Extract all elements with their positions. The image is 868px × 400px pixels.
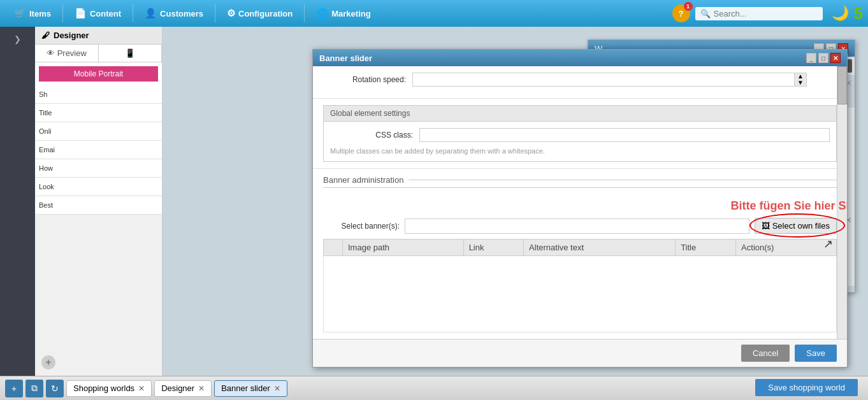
divider-2 [133, 4, 133, 22]
close-button[interactable]: ✕ [830, 53, 841, 63]
minimize-button[interactable]: _ [806, 53, 816, 63]
left-item-best[interactable]: Best [35, 196, 162, 215]
left-item-emai[interactable]: Emai [35, 141, 162, 159]
sidebar: ❯ [0, 27, 35, 376]
left-item-title[interactable]: Title [35, 104, 162, 122]
nav-items[interactable]: 🛒 Items [5, 4, 60, 22]
tab-banner-slider-label: Banner slider [221, 383, 270, 393]
banner-admin-header: Banner administration [323, 175, 837, 188]
dialog-titlebar: Banner slider _ □ ✕ [313, 50, 847, 66]
col-link: Link [463, 239, 523, 256]
content-area: W _ □ ✕ 0 🔗 ✕ ✕ Banner slider [163, 27, 868, 376]
restore-button[interactable]: □ [818, 53, 828, 63]
nav-content[interactable]: 📄 Content [66, 4, 130, 22]
table-row-empty [324, 256, 837, 332]
col-alt-text: Alternative text [524, 239, 676, 256]
col-actions: Action(s) [736, 239, 837, 256]
col-image-path: Image path [343, 239, 464, 256]
spin-down-button[interactable]: ▼ [795, 80, 806, 86]
left-item-how[interactable]: How [35, 159, 162, 178]
left-panel-items: Sh Title Onli Emai How Look Best [35, 85, 162, 215]
tab-preview[interactable]: 👁 Preview [35, 45, 99, 62]
left-item-look[interactable]: Look [35, 178, 162, 196]
spin-buttons: ▲ ▼ [795, 73, 807, 87]
banner-table-body [324, 256, 837, 332]
dialog-title: Banner slider [319, 54, 372, 63]
banner-admin-label: Banner administration [323, 175, 403, 185]
topbar-right: ? 1 🔍 🌙 5 [672, 4, 863, 24]
nav-configuration-label: Configuration [238, 9, 293, 18]
save-button[interactable]: Save [795, 345, 837, 362]
search-input[interactable] [714, 9, 818, 18]
css-class-label: CSS class: [330, 131, 413, 139]
taskbar-refresh-icon[interactable]: ↻ [46, 380, 64, 397]
banner-table-head: Image path Link Alternative text Title A… [324, 239, 837, 256]
nav-items-label: Items [29, 9, 51, 18]
taskbar-home-icon[interactable]: + [5, 380, 23, 397]
left-item-sh[interactable]: Sh [35, 85, 162, 104]
designer-tabs: 👁 Preview 📱 [35, 45, 162, 62]
dialog-title-buttons: _ □ ✕ [806, 53, 841, 63]
tab-designer-close[interactable]: ✕ [198, 384, 205, 393]
taskbar-window-icon[interactable]: ⧉ [25, 380, 43, 397]
nav-content-label: Content [90, 9, 121, 18]
col-drag [324, 239, 343, 256]
rotation-speed-input[interactable]: 5000 [412, 73, 795, 87]
global-settings-header: Global element settings [323, 105, 837, 121]
global-settings-content: CSS class: Multiple classes can be added… [323, 121, 837, 162]
css-class-row: CSS class: [330, 128, 830, 142]
nav-customers[interactable]: 👤 Customers [136, 4, 212, 22]
sidebar-toggle[interactable]: ❯ [11, 32, 24, 46]
nav-configuration[interactable]: ⚙ Configuration [218, 4, 301, 22]
banner-slider-dialog: Banner slider _ □ ✕ Rotation speed: [312, 49, 848, 368]
marketing-icon: 🌐 [316, 8, 328, 19]
taskbar-tab-banner-slider[interactable]: Banner slider ✕ [214, 380, 287, 397]
tab-designer-label: Designer [161, 383, 194, 393]
banner-table-header-row: Image path Link Alternative text Title A… [324, 239, 837, 256]
css-class-input[interactable] [419, 128, 830, 142]
main-area: ❯ 🖌 Designer 👁 Preview 📱 Mobile Portrait… [0, 27, 868, 376]
col-title: Title [676, 239, 736, 256]
help-button[interactable]: ? 1 [672, 4, 690, 22]
banner-table: Image path Link Alternative text Title A… [323, 239, 837, 332]
dialog-scrollbar[interactable] [837, 66, 847, 339]
nav-marketing[interactable]: 🌐 Marketing [307, 4, 379, 22]
mobile-icon: 📱 [125, 48, 135, 58]
logo-s: 5 [854, 4, 863, 24]
taskbar-tab-shopping-worlds[interactable]: Shopping worlds ✕ [66, 380, 152, 397]
customers-icon: 👤 [145, 8, 157, 19]
add-element-button[interactable]: + [41, 355, 55, 369]
designer-title: Designer [54, 31, 89, 40]
select-own-files-button[interactable]: 🖼 Select own files [755, 218, 837, 234]
taskbar-tab-designer[interactable]: Designer ✕ [154, 380, 212, 397]
select-own-files-label: Select own files [772, 221, 830, 231]
rotation-speed-section: Rotation speed: 5000 ▲ ▼ [313, 66, 847, 99]
divider-4 [304, 4, 305, 22]
css-class-hint: Multiple classes can be added by separat… [330, 147, 830, 155]
watermark-text: Bitte fügen Sie hier Slider iamge hinzu. [580, 193, 847, 218]
mobile-portrait-button[interactable]: Mobile Portrait [39, 66, 158, 82]
nav-marketing-label: Marketing [331, 9, 370, 18]
left-item-onli[interactable]: Onli [35, 122, 162, 141]
topbar: 🛒 Items 📄 Content 👤 Customers ⚙ Configur… [0, 0, 868, 27]
save-shopping-world-button[interactable]: Save shopping world [755, 379, 858, 396]
banner-select-input[interactable] [405, 218, 749, 234]
scrollbar-thumb[interactable] [837, 66, 847, 104]
divider-1 [62, 4, 63, 22]
search-box[interactable]: 🔍 [695, 7, 823, 20]
eye-icon: 👁 [47, 48, 55, 58]
tab-banner-slider-close[interactable]: ✕ [274, 384, 280, 393]
tab-mobile[interactable]: 📱 [99, 45, 163, 62]
dialog-body: Rotation speed: 5000 ▲ ▼ Global element … [313, 66, 847, 339]
banner-admin-line [409, 180, 837, 180]
rotation-speed-label: Rotation speed: [323, 75, 406, 84]
rotation-speed-row: Rotation speed: 5000 ▲ ▼ [323, 73, 837, 87]
configuration-icon: ⚙ [227, 8, 235, 19]
divider-3 [215, 4, 215, 22]
designer-header: 🖌 Designer [35, 27, 162, 45]
tab-shopping-worlds-close[interactable]: ✕ [138, 384, 145, 393]
banner-select-row: Select banner(s): 🖼 Select own files [323, 218, 837, 234]
select-banners-label: Select banner(s): [323, 222, 400, 231]
cancel-button[interactable]: Cancel [741, 345, 790, 362]
designer-preview-area: + [35, 215, 162, 376]
